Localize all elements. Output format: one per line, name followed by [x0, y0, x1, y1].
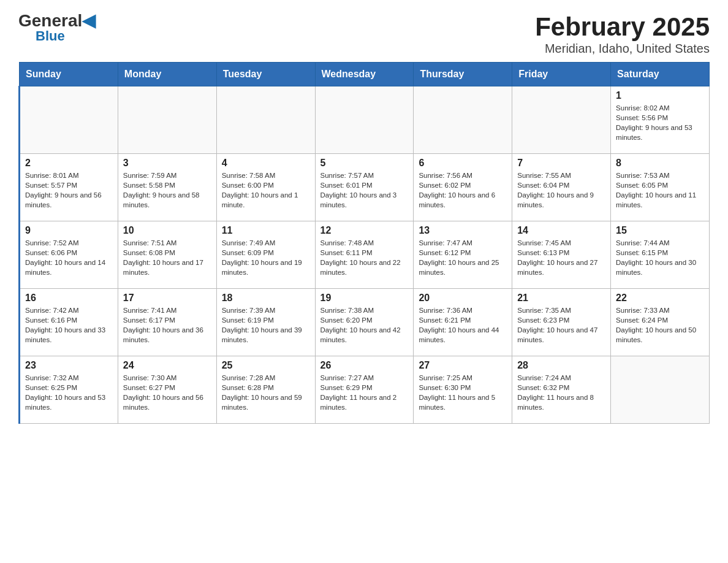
cell-day-number: 28: [517, 360, 605, 371]
calendar-cell: 21Sunrise: 7:35 AMSunset: 6:23 PMDayligh…: [512, 289, 611, 356]
page-subtitle: Meridian, Idaho, United States: [535, 42, 710, 56]
calendar-week-row: 2Sunrise: 8:01 AMSunset: 5:57 PMDaylight…: [20, 154, 710, 221]
cell-info: Sunrise: 7:42 AMSunset: 6:16 PMDaylight:…: [25, 305, 113, 345]
calendar-cell: 23Sunrise: 7:32 AMSunset: 6:25 PMDayligh…: [20, 356, 118, 424]
cell-info: Sunrise: 7:32 AMSunset: 6:25 PMDaylight:…: [25, 373, 113, 412]
calendar-weekday-tuesday: Tuesday: [216, 63, 315, 86]
calendar-cell: 19Sunrise: 7:38 AMSunset: 6:20 PMDayligh…: [315, 289, 414, 356]
cell-day-number: 26: [320, 360, 409, 371]
cell-day-number: 27: [419, 360, 507, 371]
cell-day-number: 9: [25, 225, 113, 236]
cell-day-number: 11: [222, 225, 310, 236]
calendar-week-row: 9Sunrise: 7:52 AMSunset: 6:06 PMDaylight…: [20, 221, 710, 289]
calendar-header-row: SundayMondayTuesdayWednesdayThursdayFrid…: [20, 63, 710, 86]
calendar-weekday-thursday: Thursday: [414, 63, 512, 86]
cell-info: Sunrise: 7:49 AMSunset: 6:09 PMDaylight:…: [222, 238, 310, 277]
calendar-cell: [216, 86, 315, 154]
calendar-cell: [512, 86, 611, 154]
cell-info: Sunrise: 8:02 AMSunset: 5:56 PMDaylight:…: [616, 103, 704, 142]
cell-info: Sunrise: 7:44 AMSunset: 6:15 PMDaylight:…: [616, 238, 704, 277]
cell-day-number: 23: [25, 360, 113, 371]
cell-info: Sunrise: 7:28 AMSunset: 6:28 PMDaylight:…: [222, 373, 310, 412]
cell-day-number: 14: [517, 225, 605, 236]
cell-info: Sunrise: 7:53 AMSunset: 6:05 PMDaylight:…: [616, 170, 704, 210]
cell-day-number: 6: [419, 158, 507, 169]
cell-day-number: 16: [25, 293, 113, 304]
calendar-cell: [20, 86, 118, 154]
cell-day-number: 13: [419, 225, 507, 236]
calendar-cell: [118, 86, 216, 154]
calendar-weekday-sunday: Sunday: [20, 63, 118, 86]
calendar-cell: 12Sunrise: 7:48 AMSunset: 6:11 PMDayligh…: [315, 221, 414, 289]
cell-info: Sunrise: 7:51 AMSunset: 6:08 PMDaylight:…: [123, 238, 211, 277]
page-header: General◀ Blue February 2025 Meridian, Id…: [18, 12, 710, 56]
cell-day-number: 22: [616, 293, 704, 304]
cell-info: Sunrise: 7:24 AMSunset: 6:32 PMDaylight:…: [517, 373, 605, 412]
calendar-cell: 27Sunrise: 7:25 AMSunset: 6:30 PMDayligh…: [414, 356, 512, 424]
cell-info: Sunrise: 7:58 AMSunset: 6:00 PMDaylight:…: [222, 170, 310, 210]
calendar-cell: 9Sunrise: 7:52 AMSunset: 6:06 PMDaylight…: [20, 221, 118, 289]
cell-day-number: 1: [616, 90, 704, 101]
calendar-week-row: 16Sunrise: 7:42 AMSunset: 6:16 PMDayligh…: [20, 289, 710, 356]
logo: General◀ Blue: [18, 12, 96, 43]
cell-day-number: 17: [123, 293, 211, 304]
calendar-cell: 14Sunrise: 7:45 AMSunset: 6:13 PMDayligh…: [512, 221, 611, 289]
cell-day-number: 4: [222, 158, 310, 169]
cell-day-number: 8: [616, 158, 704, 169]
calendar-cell: 25Sunrise: 7:28 AMSunset: 6:28 PMDayligh…: [216, 356, 315, 424]
calendar-cell: 4Sunrise: 7:58 AMSunset: 6:00 PMDaylight…: [216, 154, 315, 221]
calendar-weekday-monday: Monday: [118, 63, 216, 86]
calendar-cell: [315, 86, 414, 154]
calendar-week-row: 1Sunrise: 8:02 AMSunset: 5:56 PMDaylight…: [20, 86, 710, 154]
calendar-week-row: 23Sunrise: 7:32 AMSunset: 6:25 PMDayligh…: [20, 356, 710, 424]
cell-info: Sunrise: 8:01 AMSunset: 5:57 PMDaylight:…: [25, 170, 113, 210]
cell-day-number: 25: [222, 360, 310, 371]
calendar-cell: 10Sunrise: 7:51 AMSunset: 6:08 PMDayligh…: [118, 221, 216, 289]
calendar-cell: 24Sunrise: 7:30 AMSunset: 6:27 PMDayligh…: [118, 356, 216, 424]
cell-day-number: 3: [123, 158, 211, 169]
calendar-cell: 2Sunrise: 8:01 AMSunset: 5:57 PMDaylight…: [20, 154, 118, 221]
cell-info: Sunrise: 7:35 AMSunset: 6:23 PMDaylight:…: [517, 305, 605, 345]
cell-day-number: 24: [123, 360, 211, 371]
calendar-cell: 6Sunrise: 7:56 AMSunset: 6:02 PMDaylight…: [414, 154, 512, 221]
calendar-cell: 1Sunrise: 8:02 AMSunset: 5:56 PMDaylight…: [611, 86, 710, 154]
cell-info: Sunrise: 7:57 AMSunset: 6:01 PMDaylight:…: [320, 170, 409, 210]
calendar-cell: 15Sunrise: 7:44 AMSunset: 6:15 PMDayligh…: [611, 221, 710, 289]
cell-info: Sunrise: 7:33 AMSunset: 6:24 PMDaylight:…: [616, 305, 704, 345]
cell-day-number: 12: [320, 225, 409, 236]
cell-info: Sunrise: 7:41 AMSunset: 6:17 PMDaylight:…: [123, 305, 211, 345]
cell-day-number: 19: [320, 293, 409, 304]
cell-info: Sunrise: 7:59 AMSunset: 5:58 PMDaylight:…: [123, 170, 211, 210]
cell-info: Sunrise: 7:47 AMSunset: 6:12 PMDaylight:…: [419, 238, 507, 277]
calendar-cell: 5Sunrise: 7:57 AMSunset: 6:01 PMDaylight…: [315, 154, 414, 221]
cell-info: Sunrise: 7:55 AMSunset: 6:04 PMDaylight:…: [517, 170, 605, 210]
calendar-cell: [414, 86, 512, 154]
logo-general: General◀: [18, 12, 96, 29]
cell-info: Sunrise: 7:45 AMSunset: 6:13 PMDaylight:…: [517, 238, 605, 277]
calendar-cell: [611, 356, 710, 424]
calendar-weekday-friday: Friday: [512, 63, 611, 86]
calendar-table: SundayMondayTuesdayWednesdayThursdayFrid…: [18, 62, 710, 424]
cell-info: Sunrise: 7:30 AMSunset: 6:27 PMDaylight:…: [123, 373, 211, 412]
calendar-cell: 18Sunrise: 7:39 AMSunset: 6:19 PMDayligh…: [216, 289, 315, 356]
cell-day-number: 7: [517, 158, 605, 169]
calendar-cell: 20Sunrise: 7:36 AMSunset: 6:21 PMDayligh…: [414, 289, 512, 356]
cell-day-number: 15: [616, 225, 704, 236]
cell-day-number: 10: [123, 225, 211, 236]
cell-day-number: 18: [222, 293, 310, 304]
logo-triangle-icon: ◀: [82, 11, 96, 30]
cell-day-number: 2: [25, 158, 113, 169]
cell-info: Sunrise: 7:38 AMSunset: 6:20 PMDaylight:…: [320, 305, 409, 345]
cell-info: Sunrise: 7:52 AMSunset: 6:06 PMDaylight:…: [25, 238, 113, 277]
calendar-cell: 22Sunrise: 7:33 AMSunset: 6:24 PMDayligh…: [611, 289, 710, 356]
logo-blue: Blue: [36, 29, 65, 43]
cell-day-number: 20: [419, 293, 507, 304]
calendar-cell: 16Sunrise: 7:42 AMSunset: 6:16 PMDayligh…: [20, 289, 118, 356]
cell-info: Sunrise: 7:25 AMSunset: 6:30 PMDaylight:…: [419, 373, 507, 412]
calendar-cell: 28Sunrise: 7:24 AMSunset: 6:32 PMDayligh…: [512, 356, 611, 424]
calendar-cell: 11Sunrise: 7:49 AMSunset: 6:09 PMDayligh…: [216, 221, 315, 289]
cell-info: Sunrise: 7:48 AMSunset: 6:11 PMDaylight:…: [320, 238, 409, 277]
cell-info: Sunrise: 7:39 AMSunset: 6:19 PMDaylight:…: [222, 305, 310, 345]
page-title: February 2025: [535, 12, 710, 42]
cell-day-number: 21: [517, 293, 605, 304]
